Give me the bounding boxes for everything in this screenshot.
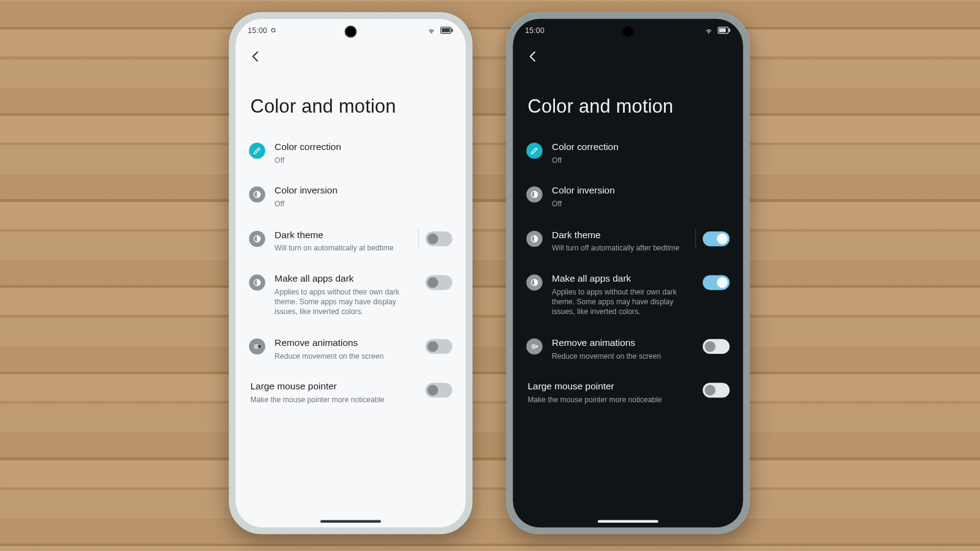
row-texts: Color inversion Off (552, 186, 729, 209)
gesture-bar[interactable] (598, 520, 658, 522)
motion-icon (526, 339, 542, 354)
settings-row-make-all-dark[interactable]: Make all apps dark Applies to apps witho… (241, 265, 460, 325)
row-texts: Dark theme Will turn off automatically a… (552, 229, 686, 253)
battery-icon (717, 26, 731, 34)
svg-rect-10 (719, 28, 726, 32)
settings-row-color-correction[interactable]: Color correction Off (518, 133, 737, 173)
gesture-bar[interactable] (320, 520, 381, 522)
row-texts: Large mouse pointer Make the mouse point… (251, 381, 409, 405)
page-title: Color and motion (236, 73, 466, 133)
wifi-icon (704, 26, 713, 35)
row-toggle-wrap (418, 273, 452, 292)
stage: 15:00 Color and motion C (0, 0, 980, 551)
row-texts: Remove animations Reduce movement on the… (274, 337, 409, 361)
row-title: Color correction (274, 141, 450, 153)
app-bar (513, 35, 743, 73)
settings-list: Color correction Off Color inversion Off… (236, 133, 466, 417)
toggle-remove-anim[interactable] (426, 339, 453, 354)
row-title: Remove animations (552, 337, 683, 349)
row-subtitle: Make the mouse pointer more noticeable (528, 395, 684, 405)
contrast-icon (249, 231, 265, 247)
status-time: 15:00 (525, 26, 545, 34)
back-button[interactable] (245, 47, 266, 69)
pencil-icon (526, 143, 542, 159)
row-texts: Color correction Off (552, 141, 729, 165)
row-toggle-wrap (695, 337, 729, 356)
row-toggle-wrap (695, 229, 729, 248)
contrast-icon (526, 187, 542, 203)
row-toggle-wrap (418, 337, 452, 356)
back-icon (249, 50, 263, 66)
row-title: Color inversion (274, 186, 450, 197)
row-texts: Color inversion Off (274, 186, 452, 209)
contrast-icon (249, 187, 265, 203)
settings-row-large-pointer[interactable]: Large mouse pointer Make the mouse point… (518, 373, 737, 413)
toggle-knob (428, 385, 439, 396)
back-icon (526, 50, 540, 66)
row-texts: Remove animations Reduce movement on the… (552, 337, 686, 361)
row-toggle-wrap (695, 273, 729, 292)
settings-row-make-all-dark[interactable]: Make all apps dark Applies to apps witho… (518, 265, 737, 325)
toggle-large-pointer[interactable] (426, 383, 453, 398)
status-dot-icon (271, 28, 276, 33)
back-button[interactable] (522, 47, 544, 69)
row-title: Make all apps dark (274, 273, 405, 285)
toggle-knob (428, 277, 439, 288)
phone-screen: 15:00 Color and motion C (513, 19, 743, 528)
row-subtitle: Off (274, 199, 450, 209)
settings-list: Color correction Off Color inversion Off… (513, 133, 743, 417)
toggle-knob (705, 341, 716, 352)
toggle-dark-theme[interactable] (703, 231, 729, 246)
svg-rect-3 (442, 28, 450, 32)
settings-row-dark-theme[interactable]: Dark theme Will turn off automatically a… (518, 221, 737, 261)
row-subtitle: Will turn on automatically at bedtime (274, 243, 405, 253)
row-toggle-wrap (418, 229, 452, 248)
row-subtitle: Off (552, 155, 727, 165)
app-bar (236, 35, 466, 73)
row-separator (695, 229, 696, 248)
toggle-knob (428, 341, 439, 352)
row-separator (418, 229, 418, 248)
toggle-knob (717, 277, 728, 288)
phone-screen: 15:00 Color and motion C (236, 19, 466, 528)
toggle-remove-anim[interactable] (703, 339, 729, 354)
row-title: Large mouse pointer (528, 381, 684, 392)
settings-row-remove-anim[interactable]: Remove animations Reduce movement on the… (518, 329, 737, 369)
toggle-large-pointer[interactable] (703, 383, 729, 398)
contrast-icon (249, 274, 265, 290)
pencil-icon (249, 143, 265, 159)
row-subtitle: Reduce movement on the screen (274, 351, 405, 361)
toggle-dark-theme[interactable] (426, 231, 453, 246)
toggle-knob (705, 385, 716, 396)
page-title: Color and motion (513, 73, 743, 133)
row-texts: Color correction Off (274, 141, 452, 165)
settings-row-large-pointer[interactable]: Large mouse pointer Make the mouse point… (241, 373, 460, 413)
row-texts: Large mouse pointer Make the mouse point… (528, 381, 686, 405)
settings-row-dark-theme[interactable]: Dark theme Will turn on automatically at… (241, 221, 460, 261)
settings-row-color-inversion[interactable]: Color inversion Off (241, 177, 460, 217)
row-subtitle: Reduce movement on the screen (552, 351, 683, 361)
settings-row-remove-anim[interactable]: Remove animations Reduce movement on the… (241, 329, 460, 369)
camera-hole (346, 27, 355, 36)
settings-row-color-inversion[interactable]: Color inversion Off (518, 177, 737, 217)
svg-point-14 (535, 345, 538, 348)
settings-row-color-correction[interactable]: Color correction Off (241, 133, 460, 173)
phone-frame: 15:00 Color and motion C (229, 12, 473, 534)
row-toggle-wrap (695, 381, 729, 400)
row-subtitle: Will turn off automatically after bedtim… (552, 243, 683, 253)
row-title: Dark theme (274, 229, 405, 241)
row-subtitle: Applies to apps without their own dark t… (552, 287, 683, 317)
row-texts: Dark theme Will turn on automatically at… (274, 229, 409, 253)
svg-rect-9 (729, 29, 730, 32)
svg-point-7 (258, 345, 261, 348)
row-title: Make all apps dark (552, 273, 683, 285)
row-title: Remove animations (274, 337, 405, 349)
row-texts: Make all apps dark Applies to apps witho… (274, 273, 409, 317)
row-toggle-wrap (418, 381, 452, 400)
toggle-make-all-dark[interactable] (426, 275, 453, 290)
row-title: Color inversion (552, 186, 727, 197)
camera-hole (624, 27, 633, 36)
toggle-make-all-dark[interactable] (703, 275, 729, 290)
row-subtitle: Make the mouse pointer more noticeable (251, 395, 406, 405)
phone-frame: 15:00 Color and motion C (506, 12, 750, 534)
